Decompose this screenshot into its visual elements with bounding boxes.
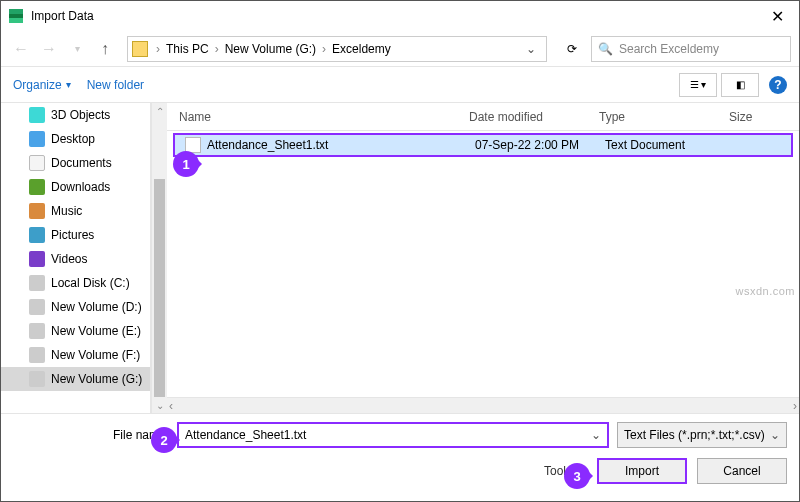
col-size[interactable]: Size: [717, 110, 799, 124]
drive-icon: [29, 347, 45, 363]
sidebar-item-desktop[interactable]: Desktop: [1, 127, 150, 151]
footer: File name: Attendance_Sheet1.txt ⌄ Text …: [1, 413, 799, 492]
chevron-right-icon: ›: [152, 42, 164, 56]
desktop-icon: [29, 131, 45, 147]
drive-icon: [29, 299, 45, 315]
sidebar-item-new-volume-e[interactable]: New Volume (E:): [1, 319, 150, 343]
pictures-icon: [29, 227, 45, 243]
up-button[interactable]: ↑: [93, 37, 117, 61]
sidebar-item-music[interactable]: Music: [1, 199, 150, 223]
recent-locations[interactable]: ▾: [65, 37, 89, 61]
drive-icon: [29, 371, 45, 387]
col-name[interactable]: Name: [167, 110, 457, 124]
file-pane: Name Date modified Type Size Attendance_…: [167, 103, 799, 413]
music-icon: [29, 203, 45, 219]
import-button[interactable]: Import: [597, 458, 687, 484]
sidebar-item-documents[interactable]: Documents: [1, 151, 150, 175]
scroll-right-icon[interactable]: ›: [793, 399, 797, 413]
col-type[interactable]: Type: [587, 110, 717, 124]
toolbar: Organize▾ New folder ☰ ▾ ◧ ?: [1, 67, 799, 103]
scroll-up-icon[interactable]: ⌃: [152, 103, 167, 119]
callout-2: 2: [151, 427, 177, 453]
scroll-down-icon[interactable]: ⌄: [152, 397, 167, 413]
videos-icon: [29, 251, 45, 267]
body: 3D Objects Desktop Documents Downloads M…: [1, 103, 799, 413]
sidebar-item-new-volume-f[interactable]: New Volume (F:): [1, 343, 150, 367]
col-date[interactable]: Date modified: [457, 110, 587, 124]
excel-icon: [9, 9, 23, 23]
chevron-down-icon[interactable]: ⌄: [591, 428, 601, 442]
sidebar-item-new-volume-d[interactable]: New Volume (D:): [1, 295, 150, 319]
watermark: wsxdn.com: [735, 285, 795, 297]
address-bar[interactable]: › This PC › New Volume (G:) › Exceldemy …: [127, 36, 547, 62]
breadcrumb-drive[interactable]: New Volume (G:): [223, 42, 318, 56]
forward-button[interactable]: →: [37, 37, 61, 61]
folder-icon: [132, 41, 148, 57]
import-data-dialog: Import Data ✕ ← → ▾ ↑ › This PC › New Vo…: [0, 0, 800, 502]
chevron-down-icon: ▾: [66, 79, 71, 90]
sidebar-item-new-volume-g[interactable]: New Volume (G:): [1, 367, 150, 391]
back-button[interactable]: ←: [9, 37, 33, 61]
close-button[interactable]: ✕: [755, 1, 799, 31]
sidebar-item-local-disk-c[interactable]: Local Disk (C:): [1, 271, 150, 295]
callout-1: 1: [173, 151, 199, 177]
address-dropdown[interactable]: ⌄: [520, 42, 542, 56]
titlebar: Import Data ✕: [1, 1, 799, 31]
nav-bar: ← → ▾ ↑ › This PC › New Volume (G:) › Ex…: [1, 31, 799, 67]
sidebar-item-pictures[interactable]: Pictures: [1, 223, 150, 247]
chevron-right-icon: ›: [211, 42, 223, 56]
drive-icon: [29, 323, 45, 339]
downloads-icon: [29, 179, 45, 195]
new-folder-button[interactable]: New folder: [87, 78, 144, 92]
file-type: Text Document: [595, 138, 725, 152]
filename-input[interactable]: Attendance_Sheet1.txt ⌄: [177, 422, 609, 448]
drive-icon: [29, 275, 45, 291]
3d-objects-icon: [29, 107, 45, 123]
search-icon: 🔍: [598, 42, 613, 56]
sidebar-scrollbar[interactable]: ⌃ ⌄: [151, 103, 167, 413]
callout-3: 3: [564, 463, 590, 489]
column-headers: Name Date modified Type Size: [167, 103, 799, 131]
window-title: Import Data: [31, 9, 755, 23]
refresh-button[interactable]: ⟳: [557, 36, 587, 62]
scroll-left-icon[interactable]: ‹: [169, 399, 173, 413]
view-options-button[interactable]: ☰ ▾: [679, 73, 717, 97]
cancel-button[interactable]: Cancel: [697, 458, 787, 484]
chevron-right-icon: ›: [318, 42, 330, 56]
file-row[interactable]: Attendance_Sheet1.txt 07-Sep-22 2:00 PM …: [173, 133, 793, 157]
breadcrumb-root[interactable]: This PC: [164, 42, 211, 56]
sidebar: 3D Objects Desktop Documents Downloads M…: [1, 103, 151, 413]
scroll-thumb[interactable]: [154, 179, 165, 397]
sidebar-item-videos[interactable]: Videos: [1, 247, 150, 271]
help-button[interactable]: ?: [769, 76, 787, 94]
sidebar-item-downloads[interactable]: Downloads: [1, 175, 150, 199]
search-placeholder: Search Exceldemy: [619, 42, 719, 56]
organize-button[interactable]: Organize▾: [13, 78, 71, 92]
file-filter-dropdown[interactable]: Text Files (*.prn;*.txt;*.csv) ⌄: [617, 422, 787, 448]
documents-icon: [29, 155, 45, 171]
sidebar-item-3d-objects[interactable]: 3D Objects: [1, 103, 150, 127]
chevron-down-icon[interactable]: ⌄: [770, 428, 780, 442]
file-date: 07-Sep-22 2:00 PM: [465, 138, 595, 152]
horizontal-scrollbar[interactable]: ‹ ›: [167, 397, 799, 413]
search-input[interactable]: 🔍 Search Exceldemy: [591, 36, 791, 62]
preview-pane-button[interactable]: ◧: [721, 73, 759, 97]
breadcrumb-folder[interactable]: Exceldemy: [330, 42, 393, 56]
file-name: Attendance_Sheet1.txt: [207, 138, 328, 152]
